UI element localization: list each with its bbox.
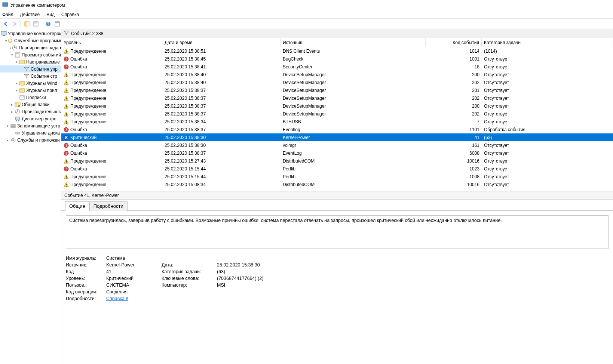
column-code[interactable]: Код события: [426, 38, 482, 47]
menu-view[interactable]: Вид: [46, 12, 55, 17]
show-hide-button[interactable]: [23, 20, 31, 28]
svg-point-36: [18, 120, 19, 121]
cell-source: SecurityCenter: [281, 63, 426, 71]
tree-item[interactable]: Управление диска: [0, 129, 61, 136]
help-link[interactable]: Справка в: [106, 296, 128, 301]
label-category: Категория задачи:: [162, 269, 214, 274]
event-row[interactable]: Ошибка25.02.2020 15:38:45BugCheck1001Отс…: [61, 55, 613, 63]
tree-item[interactable]: События упр: [0, 65, 61, 73]
tree-item[interactable]: ▸Журналы прил: [0, 87, 61, 94]
extra-button[interactable]: [53, 20, 61, 28]
expander-icon[interactable]: ▸: [10, 103, 15, 107]
event-row[interactable]: Ошибка25.02.2020 15:38:41SecurityCenter1…: [61, 63, 613, 71]
tools-icon: [7, 38, 13, 44]
cell-level: Предупреждение: [61, 86, 162, 94]
tree-item[interactable]: ▸Журналы Wind: [0, 80, 61, 87]
tree-item[interactable]: ▸Производительнос: [0, 108, 61, 115]
expander-icon[interactable]: ▾: [14, 60, 19, 64]
event-row[interactable]: Ошибка25.02.2020 15:38:30volmgr161Отсутс…: [61, 141, 613, 149]
tree-item[interactable]: События стр: [0, 73, 61, 80]
column-level[interactable]: Уровень: [61, 38, 162, 47]
tree-item[interactable]: ▸Общие папки: [0, 101, 61, 108]
expander-icon[interactable]: ▸: [14, 81, 19, 85]
svg-rect-87: [66, 178, 67, 179]
event-row[interactable]: Ошибка25.02.2020 15:38:37EventLog6008Отс…: [61, 149, 613, 157]
event-row[interactable]: Предупреждение25.02.2020 15:08:34Distrib…: [61, 181, 613, 188]
event-row[interactable]: Предупреждение25.02.2020 15:38:51DNS Cli…: [61, 47, 613, 55]
perf-icon: [15, 109, 21, 115]
event-row[interactable]: Предупреждение25.02.2020 15:27:43Distrib…: [61, 157, 613, 165]
svg-rect-11: [55, 22, 59, 23]
cell-category: Отсутствует: [482, 63, 613, 71]
tree-item-label: Производительнос: [22, 109, 61, 114]
tree-item[interactable]: ▸Службы и приложен: [0, 136, 61, 144]
expander-icon[interactable]: ▾: [10, 53, 15, 57]
event-row[interactable]: Предупреждение25.02.2020 15:38:37DeviceS…: [61, 102, 613, 110]
label-user: Пользов.:: [66, 283, 103, 288]
column-category[interactable]: Категория задачи: [482, 38, 613, 47]
list-header[interactable]: Уровень Дата и время Источник Код событи…: [61, 38, 613, 47]
tree-item[interactable]: Диспетчер устро: [0, 115, 61, 122]
event-list[interactable]: Уровень Дата и время Источник Код событи…: [61, 38, 613, 191]
cell-category: Отсутствует: [482, 110, 613, 118]
value-level: Критический: [106, 276, 159, 281]
cell-source: volmgr: [281, 141, 426, 149]
cell-date: 25.02.2020 15:38:37: [162, 110, 281, 118]
expander-icon[interactable]: ▾: [5, 124, 10, 128]
cell-date: 25.02.2020 15:38:40: [162, 71, 281, 78]
cell-source: DeviceSetupManager: [281, 86, 426, 94]
level-text: Ошибка: [70, 64, 87, 70]
menu-file[interactable]: Файл: [2, 12, 13, 17]
label-log: Имя журнала:: [66, 256, 103, 261]
tree-item[interactable]: ▾Служебные программы: [0, 37, 61, 44]
menu-help[interactable]: Справка: [61, 12, 79, 17]
menu-action[interactable]: Действие: [20, 12, 40, 17]
column-source[interactable]: Источник: [281, 38, 426, 47]
cell-code: 18: [426, 63, 482, 71]
tab-details[interactable]: Подробности: [89, 201, 128, 211]
expander-icon[interactable]: ▸: [14, 89, 19, 92]
cell-category: (1014): [482, 47, 613, 55]
tree-item[interactable]: ▾Запоминающие устр: [0, 122, 61, 129]
cell-category: Отсутствует: [482, 71, 613, 78]
event-row[interactable]: Предупреждение25.02.2020 15:15:44Perflib…: [61, 173, 613, 181]
warning-icon: [64, 182, 69, 187]
error-icon: [64, 166, 69, 172]
svg-point-15: [9, 40, 11, 41]
expander-icon[interactable]: ▸: [5, 138, 10, 142]
tree-item[interactable]: Управление компьютером: [0, 30, 61, 37]
event-row[interactable]: Ошибка25.02.2020 15:15:44Perflib1023Отсу…: [61, 165, 613, 173]
event-row[interactable]: Предупреждение25.02.2020 15:38:40DeviceS…: [61, 71, 613, 78]
tree-item[interactable]: Подписки: [0, 94, 61, 101]
event-row[interactable]: Предупреждение25.02.2020 15:38:37DeviceS…: [61, 94, 613, 102]
back-button[interactable]: [1, 20, 10, 28]
tree-item[interactable]: ▸Планировщик заданий: [0, 44, 61, 51]
nav-tree[interactable]: Управление компьютером▾Служебные програм…: [0, 29, 61, 364]
level-text: Ошибка: [70, 143, 87, 148]
tree-item[interactable]: ▾Настраиваемые: [0, 58, 61, 65]
svg-rect-55: [66, 74, 67, 75]
event-row[interactable]: Предупреждение25.02.2020 15:38:37DeviceS…: [61, 86, 613, 94]
tab-general[interactable]: Общие: [65, 201, 89, 211]
expander-icon[interactable]: ▸: [10, 110, 15, 114]
svg-rect-65: [66, 113, 67, 115]
tree-item[interactable]: ▾Просмотр событий: [0, 51, 61, 58]
level-text: Предупреждение: [70, 80, 106, 85]
event-row[interactable]: Ошибка25.02.2020 15:38:37Eventlog1101Обр…: [61, 126, 613, 133]
properties-button[interactable]: [32, 20, 40, 28]
titlebar: Управление компьютером: [0, 0, 613, 10]
help-button[interactable]: ?: [44, 20, 52, 28]
cell-level: Предупреждение: [61, 157, 162, 165]
value-keywords: (70368744177664),(2): [217, 276, 292, 281]
column-date[interactable]: Дата и время: [162, 38, 281, 47]
value-opcode: Сведения: [106, 289, 159, 294]
event-row[interactable]: Предупреждение25.02.2020 15:38:34BTHUSB7…: [61, 118, 613, 126]
level-text: Предупреждение: [70, 182, 106, 187]
event-row[interactable]: Предупреждение25.02.2020 15:38:37DeviceS…: [61, 110, 613, 118]
svg-rect-54: [66, 68, 67, 68]
event-row[interactable]: Предупреждение25.02.2020 15:38:40DeviceS…: [61, 78, 613, 86]
tree-item-label: Настраиваемые: [26, 59, 60, 65]
forward-button[interactable]: [10, 20, 19, 28]
event-row[interactable]: Критический25.02.2020 15:38:30Kernel-Pow…: [61, 133, 613, 141]
svg-point-42: [12, 139, 14, 141]
